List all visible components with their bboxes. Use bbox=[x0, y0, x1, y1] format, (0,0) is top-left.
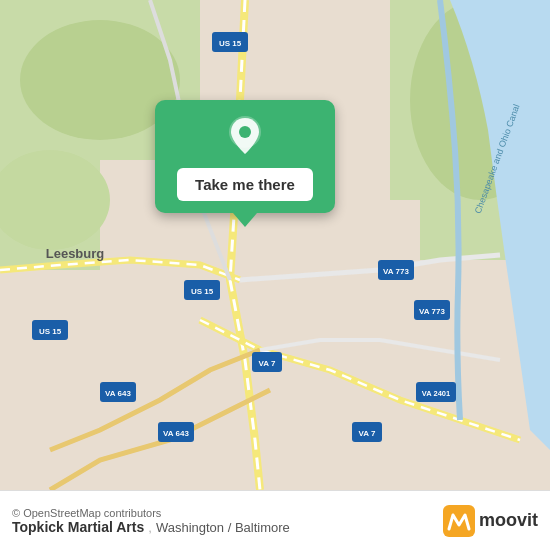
take-me-there-button[interactable]: Take me there bbox=[177, 168, 313, 201]
popup-card: Take me there bbox=[155, 100, 335, 213]
svg-text:VA 7: VA 7 bbox=[359, 429, 376, 438]
bottom-bar: © OpenStreetMap contributors Topkick Mar… bbox=[0, 490, 550, 550]
map-container: US 15 US 15 US 15 VA 7 VA 7 VA 773 VA 77… bbox=[0, 0, 550, 490]
svg-text:VA 7: VA 7 bbox=[259, 359, 276, 368]
svg-text:US 15: US 15 bbox=[219, 39, 242, 48]
svg-text:VA 643: VA 643 bbox=[105, 389, 131, 398]
svg-text:US 15: US 15 bbox=[191, 287, 214, 296]
location-pin-icon bbox=[223, 114, 267, 158]
svg-point-31 bbox=[239, 126, 251, 138]
attribution-text: © OpenStreetMap contributors bbox=[12, 507, 290, 519]
svg-text:VA 643: VA 643 bbox=[163, 429, 189, 438]
place-region: Washington / Baltimore bbox=[156, 520, 290, 535]
place-name: Topkick Martial Arts bbox=[12, 519, 144, 535]
moovit-logo: moovit bbox=[443, 505, 538, 537]
separator: , bbox=[148, 520, 152, 535]
svg-text:Leesburg: Leesburg bbox=[46, 246, 105, 261]
svg-text:US 15: US 15 bbox=[39, 327, 62, 336]
svg-text:VA 773: VA 773 bbox=[419, 307, 445, 316]
moovit-label: moovit bbox=[479, 510, 538, 531]
place-info: © OpenStreetMap contributors Topkick Mar… bbox=[12, 507, 290, 535]
moovit-brand-icon bbox=[443, 505, 475, 537]
svg-text:VA 2401: VA 2401 bbox=[422, 389, 450, 398]
svg-text:VA 773: VA 773 bbox=[383, 267, 409, 276]
svg-rect-32 bbox=[443, 505, 475, 537]
